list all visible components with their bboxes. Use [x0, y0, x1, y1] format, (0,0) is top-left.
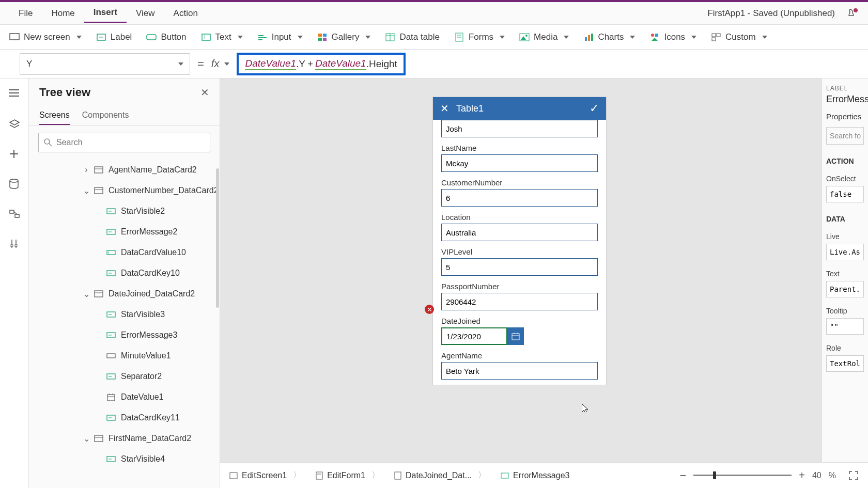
tree-search[interactable] [38, 133, 210, 152]
svg-rect-11 [323, 34, 327, 37]
tree-node[interactable]: DataCardValue10 [29, 242, 220, 263]
tree-node[interactable]: DateValue1 [29, 387, 220, 407]
connectors-icon[interactable] [9, 209, 20, 220]
data-table-button[interactable]: Data table [385, 32, 440, 42]
tree-view-panel: Tree view ✕ Screens Components ›AgentNam… [29, 78, 220, 488]
media-button[interactable]: Media [519, 32, 569, 42]
tab-file[interactable]: File [9, 4, 42, 23]
tab-home[interactable]: Home [42, 4, 84, 23]
tree-node[interactable]: MinuteValue1 [29, 345, 220, 366]
tab-components[interactable]: Components [82, 106, 129, 125]
tree-node[interactable]: ›AgentName_DataCard2 [29, 160, 220, 180]
tree-node[interactable]: ⌄FirstName_DataCard2 [29, 428, 220, 449]
tree-node[interactable]: ⌄DateJoined_DataCard2 [29, 284, 220, 304]
svg-rect-39 [10, 210, 14, 213]
firstname-input[interactable] [441, 120, 598, 137]
svg-rect-46 [95, 167, 103, 173]
search-input[interactable] [56, 138, 205, 147]
tree-node-label: DateValue1 [121, 392, 163, 402]
breadcrumb-d[interactable]: ErrorMessage3 [501, 471, 569, 480]
tree-node[interactable]: ⌄CustomerNumber_DataCard2 [29, 180, 220, 201]
fx-button[interactable]: fx [211, 58, 230, 70]
lastname-input[interactable] [441, 154, 598, 172]
svg-point-22 [525, 35, 528, 37]
passport-input[interactable] [441, 293, 598, 310]
charts-button[interactable]: Charts [583, 32, 635, 42]
check-icon[interactable]: ✓ [590, 102, 599, 115]
tree-node-label: DataCardKey11 [121, 413, 180, 422]
input-button[interactable]: Input [257, 32, 303, 42]
label-button[interactable]: Label [96, 32, 132, 42]
text-button[interactable]: I Text [201, 32, 243, 42]
canvas[interactable]: ✕ Table1 ✓ LastName CustomerNumber Locat… [220, 78, 822, 488]
custom-button[interactable]: Custom [711, 32, 767, 42]
breadcrumb-b[interactable]: EditForm1〉 [316, 470, 382, 481]
feature-icon[interactable] [846, 7, 859, 20]
tab-insert[interactable]: Insert [84, 3, 127, 23]
tree-node[interactable]: StarVisible2 [29, 201, 220, 222]
tree-node-label: DataCardKey10 [121, 269, 180, 278]
properties-search[interactable]: Search fo [826, 127, 864, 145]
tooltip-value[interactable]: "" [826, 318, 864, 335]
tree-node[interactable]: ErrorMessage3 [29, 325, 220, 345]
tree-node[interactable]: ErrorMessage2 [29, 222, 220, 242]
tab-screens[interactable]: Screens [39, 106, 70, 125]
close-icon[interactable]: ✕ [440, 102, 449, 115]
tree-node[interactable]: StarVisible3 [29, 304, 220, 325]
vip-input[interactable] [441, 258, 598, 276]
text-value[interactable]: Parent. [826, 281, 864, 297]
button-button[interactable]: Button [146, 32, 186, 42]
svg-rect-83 [316, 472, 322, 479]
close-icon[interactable]: ✕ [200, 86, 209, 99]
fit-icon[interactable] [848, 470, 859, 481]
breadcrumb-a[interactable]: EditScreen1〉 [229, 470, 303, 481]
tree-node[interactable]: DataCardKey10 [29, 263, 220, 284]
hamburger-icon[interactable] [9, 89, 20, 100]
role-label: Role [826, 344, 864, 352]
tree-node-label: DataCardValue10 [121, 248, 186, 257]
formula-input[interactable]: DateValue1.Y + DateValue1.Height [237, 53, 405, 75]
tab-view[interactable]: View [127, 4, 164, 23]
location-input[interactable] [441, 224, 598, 241]
calendar-icon[interactable] [507, 327, 524, 345]
gallery-button[interactable]: Gallery [317, 32, 371, 42]
tools-icon[interactable] [9, 239, 20, 250]
rect-icon [106, 351, 116, 360]
zoom-pct: % [829, 471, 836, 480]
zoom-slider[interactable] [693, 475, 792, 476]
database-icon[interactable] [9, 179, 20, 190]
expand-icon[interactable]: ⌄ [82, 186, 91, 196]
layers-icon[interactable] [9, 119, 20, 130]
onselect-value[interactable]: false [826, 186, 864, 202]
agent-input[interactable] [441, 362, 598, 380]
tab-properties[interactable]: Properties [826, 112, 864, 121]
zoom-out[interactable]: − [679, 469, 686, 482]
expand-icon[interactable]: › [82, 165, 91, 175]
tree-node[interactable]: Separator2 [29, 366, 220, 387]
tab-action[interactable]: Action [164, 4, 207, 23]
tree-node[interactable]: DataCardKey11 [29, 407, 220, 428]
expand-icon[interactable]: ⌄ [82, 434, 91, 444]
svg-point-38 [10, 179, 18, 182]
zoom-in[interactable]: + [799, 469, 805, 481]
zoom-controls: − + 40 % [679, 469, 859, 482]
custno-input[interactable] [441, 189, 598, 207]
role-value[interactable]: TextRol [826, 355, 864, 372]
property-selector[interactable]: Y [20, 53, 190, 75]
plus-icon[interactable] [9, 149, 20, 160]
new-screen-button[interactable]: New screen [9, 32, 82, 42]
datejoined-input[interactable] [441, 327, 507, 345]
expand-icon[interactable]: ⌄ [82, 289, 91, 299]
svg-rect-29 [712, 34, 716, 37]
live-value[interactable]: Live.As [826, 244, 864, 260]
icons-button[interactable]: Icons [649, 32, 696, 42]
label-icon [106, 207, 116, 216]
error-icon[interactable]: ✕ [425, 305, 434, 314]
tree-scrollbar[interactable] [216, 168, 219, 308]
breadcrumb-c[interactable]: DateJoined_Dat...〉 [394, 470, 488, 481]
icons-icon [649, 32, 660, 42]
form-card: ✕ Table1 ✓ LastName CustomerNumber Locat… [433, 97, 606, 385]
tree-node[interactable]: StarVisible4 [29, 449, 220, 469]
forms-button[interactable]: Forms [454, 32, 505, 42]
label-icon [106, 310, 116, 319]
